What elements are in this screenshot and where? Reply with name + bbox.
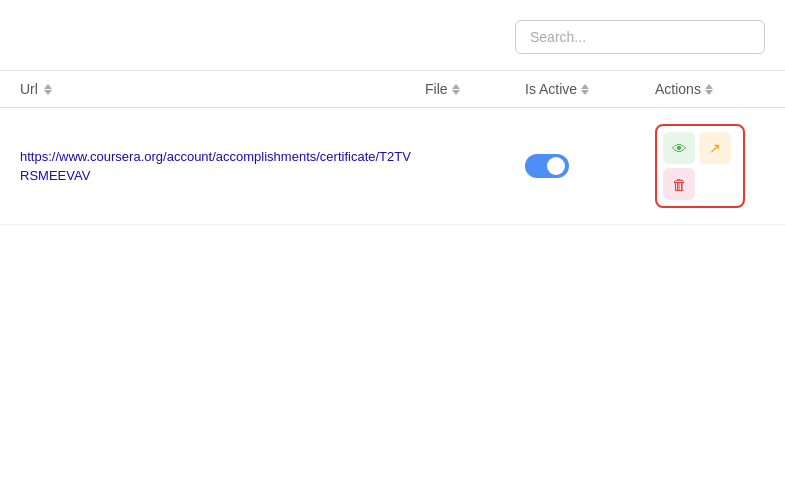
table-row: https://www.coursera.org/account/accompl… xyxy=(0,108,785,225)
delete-button[interactable]: 🗑 xyxy=(663,168,695,200)
toggle-slider xyxy=(525,154,569,178)
row-url: https://www.coursera.org/account/accompl… xyxy=(20,147,425,186)
file-sort-down-icon xyxy=(452,90,460,95)
col-file-header: File xyxy=(425,81,525,97)
link-icon: ↗ xyxy=(709,140,721,156)
file-header-label: File xyxy=(425,81,448,97)
row-active xyxy=(525,154,655,178)
active-toggle[interactable] xyxy=(525,154,569,178)
active-sort-icon[interactable] xyxy=(581,84,589,95)
actions-sort-up-icon xyxy=(705,84,713,89)
file-sort-icon[interactable] xyxy=(452,84,460,95)
active-header-label: Is Active xyxy=(525,81,577,97)
row-actions: 👁 ↗ 🗑 xyxy=(655,124,765,208)
link-button[interactable]: ↗ xyxy=(699,132,731,164)
url-link[interactable]: https://www.coursera.org/account/accompl… xyxy=(20,149,411,184)
col-active-header: Is Active xyxy=(525,81,655,97)
sort-up-icon xyxy=(44,84,52,89)
file-sort-up-icon xyxy=(452,84,460,89)
actions-sort-icon[interactable] xyxy=(705,84,713,95)
url-sort-icon[interactable] xyxy=(44,84,52,95)
trash-icon: 🗑 xyxy=(672,176,687,193)
actions-top-row: 👁 ↗ xyxy=(663,132,737,164)
col-actions-header: Actions xyxy=(655,81,765,97)
table-container: Url File Is Active xyxy=(0,70,785,225)
sort-down-icon xyxy=(44,90,52,95)
col-url-header: Url xyxy=(20,81,425,97)
view-button[interactable]: 👁 xyxy=(663,132,695,164)
search-bar-row xyxy=(0,20,785,70)
actions-sort-down-icon xyxy=(705,90,713,95)
actions-popup: 👁 ↗ 🗑 xyxy=(655,124,745,208)
url-header-label: Url xyxy=(20,81,38,97)
active-sort-down-icon xyxy=(581,90,589,95)
table-header: Url File Is Active xyxy=(0,70,785,108)
search-input[interactable] xyxy=(515,20,765,54)
active-sort-up-icon xyxy=(581,84,589,89)
actions-header-label: Actions xyxy=(655,81,701,97)
view-icon: 👁 xyxy=(672,140,687,157)
page-wrapper: Url File Is Active xyxy=(0,0,785,502)
actions-bottom-row: 🗑 xyxy=(663,168,737,200)
